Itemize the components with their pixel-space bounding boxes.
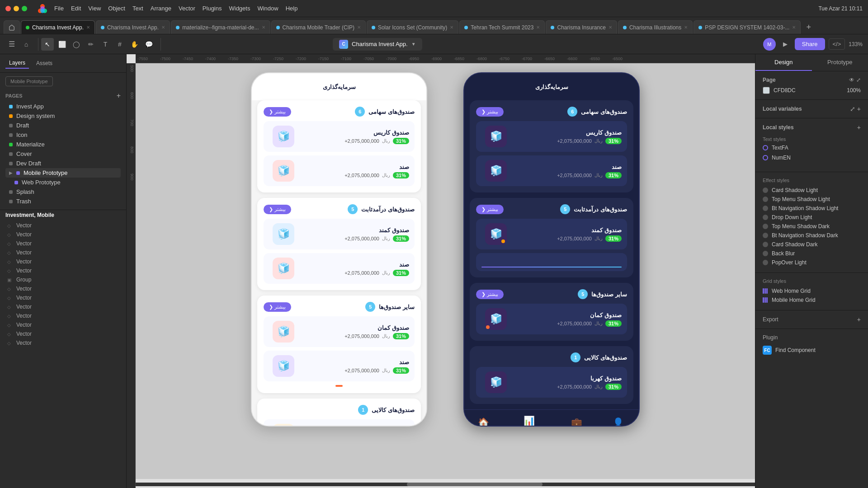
tab-charisma-invest-2[interactable]: Charisma Invest App. ✕ <box>96 20 170 34</box>
grid-web-home[interactable]: Web Home Grid <box>763 286 861 296</box>
tab-materialize[interactable]: materialize--figma-material-de... ✕ <box>171 20 270 34</box>
menu-file[interactable]: File <box>54 5 64 12</box>
tab-solar[interactable]: Solar Icons Set (Community) ✕ <box>367 20 458 34</box>
menu-widgets[interactable]: Widgets <box>229 5 250 12</box>
page-color-swatch[interactable] <box>763 87 770 94</box>
light-fund-second[interactable]: صند +2,075,000,000 ریال 31% 🧊 <box>264 155 415 186</box>
effect-bt-nav-shadow-light[interactable]: Bt Navigation Shadow Light <box>763 204 861 213</box>
dark-nav-portfolio[interactable]: 💼 دارایی‌ها <box>569 417 585 426</box>
layer-vector-6[interactable]: ◇Vector <box>5 266 121 275</box>
layer-vector-11[interactable]: ◇Vector <box>5 320 121 329</box>
layer-vector-4[interactable]: ◇Vector <box>5 248 121 257</box>
toolbar-hand-btn[interactable]: ✋ <box>128 38 141 51</box>
toolbar-shape-btn[interactable]: ◯ <box>70 38 83 51</box>
export-add-icon[interactable]: + <box>857 316 861 323</box>
menu-text[interactable]: Text <box>132 5 143 12</box>
toolbar-menu-btn[interactable]: ☰ <box>5 38 18 51</box>
toolbar-frame-btn[interactable]: ⬜ <box>56 38 68 51</box>
menu-help[interactable]: Help <box>286 5 298 12</box>
layer-vector-3[interactable]: ◇Vector <box>5 239 121 248</box>
page-item-invest-app[interactable]: Invest App <box>5 102 121 111</box>
dark-nav-user[interactable]: 👤 کاربری <box>612 417 625 426</box>
expand-icon[interactable]: ⤢ <box>856 77 861 83</box>
toolbar-home-btn[interactable]: ⌂ <box>20 38 33 51</box>
page-item-draft[interactable]: Draft <box>5 121 121 130</box>
local-variables-add-icon[interactable]: + <box>857 105 861 113</box>
page-item-web-prototype[interactable]: Web Prototype <box>5 178 121 187</box>
find-component-item[interactable]: FC Find Component <box>763 344 861 356</box>
dark-fund-second[interactable]: صند +2,075,000,000 ریال 31% 🧊 <box>476 155 627 186</box>
tab-tehran[interactable]: Tehran Tech Summit 2023 ✕ <box>459 20 545 34</box>
layer-vector-7[interactable]: ◇Vector <box>5 284 121 293</box>
local-styles-add-icon[interactable]: + <box>857 124 861 131</box>
dark-nav-invest[interactable]: 📊 سرمایه‌گذاری <box>516 415 542 426</box>
light-sayer-more-btn[interactable]: بیشتر ❮ <box>264 302 291 312</box>
layer-vector-13[interactable]: ◇Vector <box>5 338 121 347</box>
share-button[interactable]: Share <box>795 38 825 50</box>
menu-vector[interactable]: Vector <box>179 5 195 12</box>
dark-fund-kahroba[interactable]: صندوق کهربا +2,075,000,000 ریال 31% 🧊 <box>476 367 627 398</box>
page-item-dev-draft[interactable]: Dev Draft <box>5 159 121 168</box>
light-fund-kaman[interactable]: صندوق کمان +2,075,000,000 ریال 31% 🧊 <box>264 316 415 347</box>
tab-psp[interactable]: PSP DESIGN SYSTEM 1402-03-... ✕ <box>693 20 801 34</box>
effect-dropdown-light[interactable]: Drop Down Light <box>763 213 861 222</box>
canvas[interactable]: -7550 -7500 -7450 -7400 -7350 -7300 -725… <box>127 54 755 488</box>
toolbar-text-btn[interactable]: T <box>99 38 112 51</box>
eye-icon[interactable]: 👁 <box>849 77 854 83</box>
dark-nav-home[interactable]: 🏠 خانه <box>478 417 489 426</box>
page-item-mobile-prototype[interactable]: ▶ Mobile Prototype <box>5 168 121 178</box>
text-style-textfa[interactable]: TextFA <box>763 143 861 153</box>
effect-popover-light[interactable]: PopOver Light <box>763 258 861 267</box>
local-variables-expand-icon[interactable]: ⤢ <box>850 105 855 113</box>
effect-back-blur[interactable]: Back Blur <box>763 249 861 258</box>
traffic-light-green[interactable] <box>22 6 27 11</box>
toolbar-select-btn[interactable]: ↖ <box>41 38 54 51</box>
layer-vector-8[interactable]: ◇Vector <box>5 293 121 302</box>
tab-insurance[interactable]: Charisma Insurance ✕ <box>546 20 617 34</box>
effect-bt-nav-shadow-dark[interactable]: Bt Navigation Shadow Dark <box>763 231 861 240</box>
layer-vector-9[interactable]: ◇Vector <box>5 302 121 311</box>
layer-group[interactable]: ▣Group <box>5 275 121 284</box>
traffic-light-red[interactable] <box>5 6 11 11</box>
layer-vector-5[interactable]: ◇Vector <box>5 257 121 266</box>
canvas-work-area[interactable]: سرمایه‌گذاری صندوق‌های سهامی 6 بیشتر ❮ <box>136 63 755 479</box>
layer-vector-1[interactable]: ◇Vector <box>5 221 121 230</box>
page-item-trash[interactable]: Trash <box>5 197 121 206</box>
code-view-btn[interactable]: </> <box>829 38 845 50</box>
tab-charisma-invest-active[interactable]: Charisma Invest App. ✕ <box>21 20 95 34</box>
light-sahami-more-btn[interactable]: بیشتر ❮ <box>264 107 291 117</box>
page-item-splash[interactable]: Splash <box>5 187 121 197</box>
light-daramad-more-btn[interactable]: بیشتر ❮ <box>264 205 291 214</box>
layer-vector-12[interactable]: ◇Vector <box>5 329 121 338</box>
page-item-materialize[interactable]: Materialize <box>5 140 121 149</box>
tab-assets[interactable]: Assets <box>33 58 56 68</box>
menu-edit[interactable]: Edit <box>71 5 81 12</box>
menu-view[interactable]: View <box>88 5 101 12</box>
page-item-design-system[interactable]: Design system <box>5 111 121 121</box>
menu-object[interactable]: Object <box>108 5 125 12</box>
tab-prototype[interactable]: Prototype <box>812 54 868 71</box>
dark-fund-karis[interactable]: صندوق کاریس +2,075,000,000 ریال 31% 🧊 <box>476 121 627 152</box>
tab-cip[interactable]: Charisma Mobile Trader (CIP) ✕ <box>271 20 366 34</box>
light-fund-karis[interactable]: صندوق کاریس +2,075,000,000 ریال 31% 🧊 <box>264 121 415 152</box>
tab-design[interactable]: Design <box>755 54 812 71</box>
dark-sahami-more-btn[interactable]: بیشتر ❮ <box>476 107 504 117</box>
effect-top-menu-shadow-light[interactable]: Top Menu Shadow Light <box>763 195 861 204</box>
center-display[interactable]: C Charisma Invest App. ▼ <box>333 38 422 51</box>
menu-plugins[interactable]: Plugins <box>203 5 222 12</box>
tab-add[interactable]: + <box>802 20 816 34</box>
present-btn[interactable]: ▶ <box>779 39 791 49</box>
page-item-icon[interactable]: Icon <box>5 130 121 140</box>
tab-illustrations[interactable]: Charisma Illustrations ✕ <box>618 20 693 34</box>
layer-vector-2[interactable]: ◇Vector <box>5 230 121 239</box>
effect-card-shadow-light[interactable]: Card Shadow Light <box>763 186 861 195</box>
tab-home[interactable] <box>4 20 20 34</box>
menu-arrange[interactable]: Arrange <box>151 5 171 12</box>
toolbar-comment-btn[interactable]: 💬 <box>142 38 155 51</box>
horizontal-scrollbar[interactable] <box>136 483 755 486</box>
text-style-numen[interactable]: NumEN <box>763 153 861 163</box>
layer-vector-10[interactable]: ◇Vector <box>5 311 121 320</box>
traffic-light-yellow[interactable] <box>14 6 19 11</box>
light-fund-kamand-2[interactable]: صند +2,075,000,000 ریال 31% 🧊 <box>264 253 415 284</box>
tab-layers[interactable]: Layers <box>5 58 29 69</box>
